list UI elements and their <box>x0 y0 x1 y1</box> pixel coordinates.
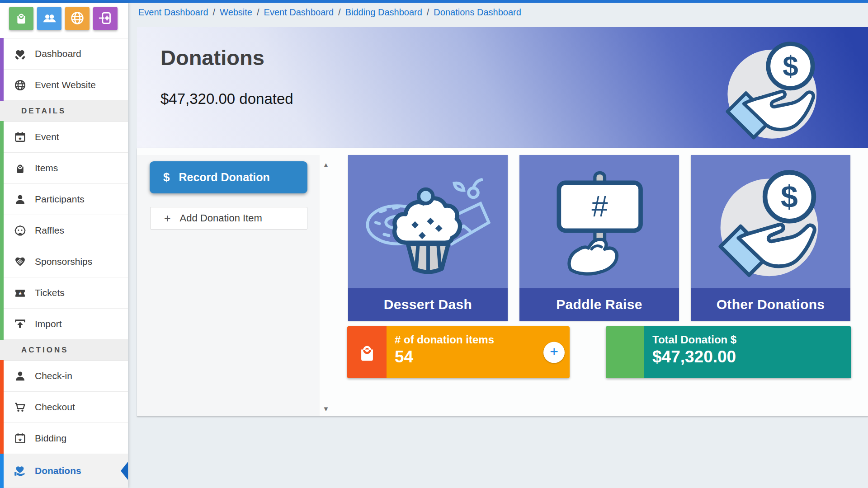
sidebar-item-dashboard[interactable]: Dashboard <box>0 38 128 70</box>
sidebar-item-label: Dashboard <box>35 48 81 59</box>
breadcrumb-link-bidding-dashboard[interactable]: Bidding Dashboard <box>345 7 422 17</box>
hand-heart-icon <box>14 465 26 477</box>
paddle-icon: # <box>519 155 679 288</box>
stat-value: 54 <box>395 347 494 366</box>
sponsorship-heart-icon <box>14 255 26 268</box>
upload-icon <box>14 318 26 330</box>
sidebar-item-tickets[interactable]: ★ Tickets <box>0 277 128 309</box>
sign-out-button[interactable] <box>93 7 118 30</box>
sidebar-item-label: Tickets <box>35 287 65 298</box>
breadcrumb-separator: / <box>427 7 429 17</box>
breadcrumb-link-event-dashboard-2[interactable]: Event Dashboard <box>264 7 334 17</box>
tile-other-donations[interactable]: $ Other Donations <box>691 155 850 321</box>
app-root: Dashboard Event Website DETAILS ★ Event <box>0 0 868 488</box>
svg-text:★: ★ <box>18 291 22 296</box>
scroll-strip: ▲ ▼ <box>317 148 335 416</box>
sidebar-item-checkout[interactable]: Checkout <box>0 392 128 423</box>
sidebar-item-label: Items <box>35 163 58 174</box>
globe-icon <box>14 79 26 91</box>
person-icon <box>14 193 26 206</box>
sidebar-item-label: Raffles <box>35 225 64 236</box>
sidebar-item-event[interactable]: ★ Event <box>0 122 128 153</box>
calendar-star-icon: ★ <box>14 432 26 445</box>
sidebar-item-label: Event <box>35 131 59 142</box>
breadcrumb-link-event-dashboard[interactable]: Event Dashboard <box>138 7 208 17</box>
dollar-glyph: $ <box>783 51 798 82</box>
sidebar-item-label: Import <box>35 319 62 329</box>
person-icon <box>14 370 26 382</box>
tile-label: Paddle Raise <box>519 288 679 321</box>
globe-icon-button[interactable] <box>65 7 90 30</box>
tile-dessert-dash[interactable]: Dessert Dash <box>348 155 508 321</box>
record-donation-button[interactable]: $ Record Donation <box>150 161 307 193</box>
hand-coin-icon: $ <box>718 37 829 143</box>
sidebar-item-label: Bidding <box>35 433 66 444</box>
breadcrumb-separator: / <box>257 7 259 17</box>
main-content: Event Dashboard/Website/Event Dashboard/… <box>128 3 868 488</box>
tile-label: Dessert Dash <box>348 288 508 321</box>
stat-value: $47,320.00 <box>652 347 736 366</box>
breadcrumb-separator: / <box>213 7 216 17</box>
breadcrumb-link-website[interactable]: Website <box>220 7 252 17</box>
section-header-label: DETAILS <box>21 107 66 115</box>
stat-text: Total Donation $ $47,320.00 <box>644 326 736 378</box>
donation-type-tiles: Dessert Dash # Paddle Raise <box>348 155 850 321</box>
sidebar-item-items[interactable]: Items <box>0 153 128 184</box>
sidebar-item-donations[interactable]: Donations <box>0 454 128 488</box>
exit-icon <box>98 11 113 27</box>
sidebar-item-label: Donations <box>35 465 81 476</box>
sidebar-item-import[interactable]: Import <box>0 309 128 340</box>
svg-text:★: ★ <box>18 437 22 442</box>
sidebar: Dashboard Event Website DETAILS ★ Event <box>0 3 128 488</box>
scroll-down-icon[interactable]: ▼ <box>317 405 335 413</box>
sidebar-item-event-website[interactable]: Event Website <box>0 70 128 101</box>
quick-actions-row <box>0 3 128 38</box>
sidebar-item-label: Event Website <box>35 80 96 90</box>
sidebar-item-label: Participants <box>35 194 85 205</box>
breadcrumb-separator: / <box>338 7 341 17</box>
sidebar-item-bidding[interactable]: ★ Bidding <box>0 423 128 454</box>
sidebar-item-participants[interactable]: Participants <box>0 184 128 215</box>
breadcrumb: Event Dashboard/Website/Event Dashboard/… <box>138 7 521 18</box>
tile-label: Other Donations <box>691 288 850 321</box>
content-card: $ Record Donation + Add Donation Item ▲ … <box>137 148 868 417</box>
cart-icon <box>14 401 26 413</box>
scroll-up-icon[interactable]: ▲ <box>317 161 335 169</box>
green-accent-block <box>606 326 644 378</box>
plus-icon: + <box>164 212 171 225</box>
sidebar-section-actions: ACTIONS <box>0 340 128 361</box>
donation-actions-panel: $ Record Donation + Add Donation Item <box>137 155 320 416</box>
quick-participants-button[interactable] <box>37 7 61 30</box>
stat-title: # of donation items <box>395 333 494 346</box>
sidebar-item-raffles[interactable]: Raffles <box>0 215 128 246</box>
sidebar-item-label: Checkout <box>35 402 75 413</box>
sidebar-item-label: Sponsorships <box>35 256 92 267</box>
tile-paddle-raise[interactable]: # Paddle Raise <box>519 155 679 321</box>
dollar-glyph: $ <box>781 179 798 213</box>
donations-banner: Donations $47,320.00 donated $ <box>137 27 868 148</box>
total-donation-stat-card: Total Donation $ $47,320.00 <box>606 326 851 378</box>
stat-text: # of donation items 54 <box>387 326 494 378</box>
shopping-bag-icon <box>14 11 28 27</box>
svg-text:★: ★ <box>18 136 22 141</box>
ticket-icon: ★ <box>14 286 26 299</box>
page-title: Donations <box>160 45 264 70</box>
add-donation-item-label: Add Donation Item <box>180 212 262 224</box>
calendar-star-icon: ★ <box>14 131 26 143</box>
sidebar-item-label: Check-in <box>35 371 72 381</box>
donation-items-stat-card: # of donation items 54 + <box>347 326 570 378</box>
breadcrumb-link-donations-dashboard[interactable]: Donations Dashboard <box>434 7 521 17</box>
hand-coin-icon: $ <box>691 155 850 288</box>
award-ribbon-icon <box>14 47 26 60</box>
donated-amount: $47,320.00 donated <box>160 90 293 108</box>
sidebar-item-check-in[interactable]: Check-in <box>0 361 128 392</box>
quick-items-button[interactable] <box>9 7 33 30</box>
people-icon <box>42 11 57 27</box>
sidebar-item-sponsorships[interactable]: Sponsorships <box>0 246 128 277</box>
add-donation-item-button[interactable]: + Add Donation Item <box>150 207 307 230</box>
add-donation-item-fab[interactable]: + <box>543 342 565 363</box>
number-sign-glyph: # <box>592 190 608 223</box>
sidebar-menu: Dashboard Event Website DETAILS ★ Event <box>0 38 128 488</box>
section-header-label: ACTIONS <box>21 346 69 354</box>
shopping-bag-icon <box>14 162 26 174</box>
